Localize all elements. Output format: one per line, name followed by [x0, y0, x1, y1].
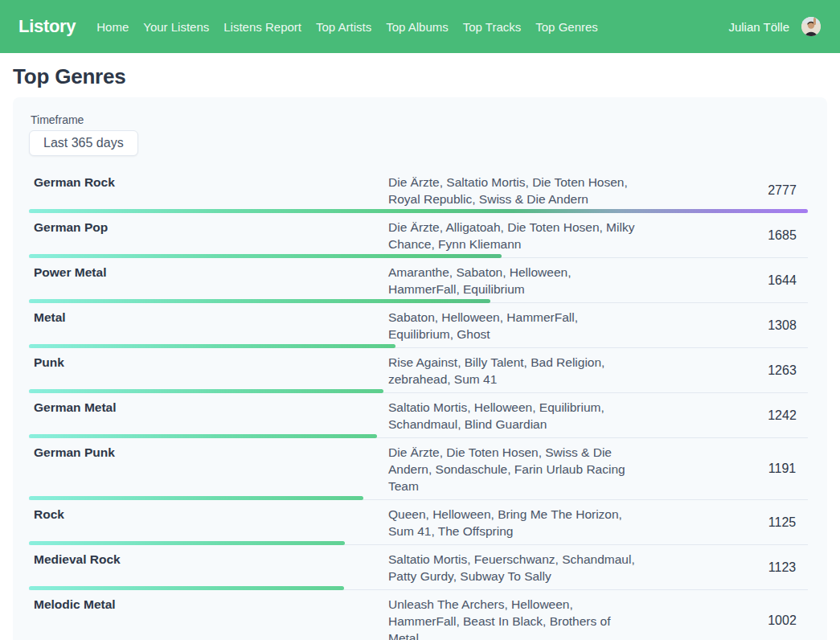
genre-name: Melodic Metal: [29, 595, 388, 613]
timeframe-select[interactable]: Last 365 days: [29, 130, 138, 156]
top-genres-panel: Timeframe Last 365 days German RockDie Ä…: [13, 97, 827, 640]
genre-count: 1002: [756, 613, 808, 628]
genre-row: German PunkDie Ärzte, Die Toten Hosen, S…: [29, 438, 808, 500]
genre-progress-bar: [29, 496, 363, 500]
genre-row: German PopDie Ärzte, Alligatoah, Die Tot…: [29, 213, 808, 258]
genre-artists: Amaranthe, Sabaton, Helloween, HammerFal…: [388, 263, 637, 297]
genre-artists: Saltatio Mortis, Helloween, Equilibrium,…: [388, 398, 637, 433]
nav-item-top-albums[interactable]: Top Albums: [386, 20, 449, 34]
genre-artists: Unleash The Archers, Helloween, HammerFa…: [388, 595, 637, 640]
nav-item-home[interactable]: Home: [96, 20, 129, 34]
app-logo[interactable]: Listory: [18, 16, 76, 37]
genre-progress-bar: [29, 389, 383, 393]
genre-row: Melodic MetalUnleash The Archers, Hellow…: [29, 590, 808, 640]
timeframe-label: Timeframe: [31, 113, 808, 126]
genre-artists: Queen, Helloween, Bring Me The Horizon, …: [388, 505, 637, 539]
genre-name: Rock: [29, 505, 388, 523]
genre-count: 1242: [756, 408, 808, 423]
nav-item-top-tracks[interactable]: Top Tracks: [463, 20, 522, 34]
genre-progress-bar: [29, 434, 377, 438]
navbar: Listory HomeYour ListensListens ReportTo…: [0, 0, 840, 53]
genre-row: PunkRise Against, Billy Talent, Bad Reli…: [29, 348, 808, 393]
genre-count: 1263: [756, 363, 808, 378]
genre-name: Metal: [29, 308, 388, 326]
genre-count: 1644: [756, 273, 808, 288]
genre-count: 1685: [756, 228, 808, 243]
genre-name: German Metal: [29, 398, 388, 416]
genre-progress-bar: [29, 586, 344, 590]
user-avatar-icon[interactable]: [801, 17, 821, 36]
genre-name: German Punk: [29, 443, 388, 461]
genre-count: 1123: [756, 560, 808, 575]
genre-artists: Die Ärzte, Alligatoah, Die Toten Hosen, …: [388, 218, 637, 252]
user-name[interactable]: Julian Tölle: [728, 20, 789, 34]
genre-progress-bar: [29, 254, 502, 258]
genre-count: 2777: [756, 183, 808, 198]
genre-artists: Die Ärzte, Saltatio Mortis, Die Toten Ho…: [388, 173, 637, 207]
genre-count: 1308: [756, 318, 808, 333]
genre-count: 1125: [756, 515, 808, 530]
genre-row: Power MetalAmaranthe, Sabaton, Helloween…: [29, 258, 808, 303]
genre-progress-bar: [29, 299, 490, 303]
nav-item-listens-report[interactable]: Listens Report: [223, 20, 301, 34]
genre-row: Medieval RockSaltatio Mortis, Feuerschwa…: [29, 545, 808, 590]
genre-row: MetalSabaton, Helloween, HammerFall, Equ…: [29, 303, 808, 348]
genre-progress-bar: [29, 209, 808, 213]
nav-item-top-artists[interactable]: Top Artists: [316, 20, 371, 34]
genre-row: German RockDie Ärzte, Saltatio Mortis, D…: [29, 168, 808, 213]
genre-progress-bar: [29, 541, 345, 545]
main-content: Top Genres Timeframe Last 365 days Germa…: [0, 53, 840, 640]
genre-row: German MetalSaltatio Mortis, Helloween, …: [29, 393, 808, 438]
genre-count: 1191: [756, 462, 808, 476]
genre-name: Punk: [29, 353, 388, 371]
genre-artists: Sabaton, Helloween, HammerFall, Equilibr…: [388, 308, 637, 343]
genre-progress-bar: [29, 344, 395, 348]
user-area: Julian Tölle: [728, 17, 821, 36]
page-title: Top Genres: [13, 64, 827, 89]
genre-name: Medieval Rock: [29, 550, 388, 568]
genre-row: RockQueen, Helloween, Bring Me The Horiz…: [29, 500, 808, 545]
genre-artists: Die Ärzte, Die Toten Hosen, Swiss & Die …: [388, 443, 637, 494]
genre-name: German Rock: [29, 173, 388, 191]
genre-name: German Pop: [29, 218, 388, 236]
genre-artists: Rise Against, Billy Talent, Bad Religion…: [388, 353, 637, 388]
genre-table: German RockDie Ärzte, Saltatio Mortis, D…: [29, 168, 808, 640]
genre-artists: Saltatio Mortis, Feuerschwanz, Schandmau…: [388, 550, 637, 585]
genre-name: Power Metal: [29, 263, 388, 281]
nav-item-your-listens[interactable]: Your Listens: [143, 20, 209, 34]
main-nav: HomeYour ListensListens ReportTop Artist…: [96, 20, 598, 34]
nav-item-top-genres[interactable]: Top Genres: [535, 20, 598, 34]
